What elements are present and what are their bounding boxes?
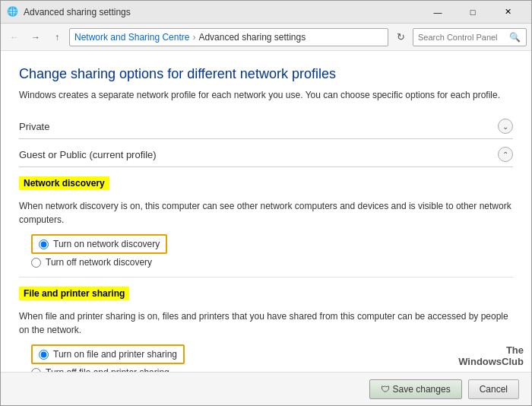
guest-public-toggle-icon: ⌃ <box>498 147 513 162</box>
content-area: Change sharing options for different net… <box>1 51 531 372</box>
search-input[interactable] <box>418 33 509 42</box>
title-bar-buttons: — □ ✕ <box>420 1 525 24</box>
page-description: Windows creates a separate network profi… <box>19 88 513 102</box>
file-printer-sharing-group: File and printer sharing When file and p… <box>19 287 513 372</box>
file-printer-sharing-desc: When file and printer sharing is on, fil… <box>19 309 513 337</box>
network-discovery-on-radio[interactable] <box>39 239 49 249</box>
group-divider <box>19 277 513 278</box>
private-toggle-icon: ⌄ <box>498 119 513 134</box>
refresh-button[interactable]: ↻ <box>391 28 410 46</box>
breadcrumb-current: Advanced sharing settings <box>198 32 306 43</box>
network-discovery-off-option[interactable]: Turn off network discovery <box>31 257 513 268</box>
title-bar-title: Advanced sharing settings <box>24 7 420 17</box>
up-button[interactable]: ↑ <box>48 28 66 46</box>
back-button[interactable]: ← <box>5 28 24 46</box>
address-bar: ← → ↑ Network and Sharing Centre › Advan… <box>1 24 531 51</box>
file-printer-sharing-on-label: Turn on file and printer sharing <box>53 349 177 360</box>
file-printer-sharing-options: Turn on file and printer sharing Turn of… <box>31 344 513 372</box>
file-printer-sharing-on-option[interactable]: Turn on file and printer sharing <box>31 344 185 364</box>
save-icon: 🛡 <box>381 384 390 395</box>
file-printer-sharing-label: File and printer sharing <box>19 287 129 300</box>
minimize-button[interactable]: — <box>420 1 455 24</box>
network-discovery-on-label: Turn on network discovery <box>53 239 160 249</box>
breadcrumb: Network and Sharing Centre › Advanced sh… <box>69 28 388 46</box>
guest-public-section-header[interactable]: Guest or Public (current profile) ⌃ <box>19 142 513 167</box>
network-discovery-desc: When network discovery is on, this compu… <box>19 199 513 227</box>
title-bar: 🌐 Advanced sharing settings — □ ✕ <box>1 1 531 24</box>
title-bar-icon: 🌐 <box>7 6 19 18</box>
network-discovery-label: Network discovery <box>19 176 109 190</box>
forward-button[interactable]: → <box>27 28 45 46</box>
save-changes-label: Save changes <box>393 384 451 395</box>
cancel-label: Cancel <box>480 384 508 395</box>
guest-public-section-body: Network discovery When network discovery… <box>19 170 513 372</box>
private-section-label: Private <box>19 121 49 132</box>
file-printer-sharing-on-radio[interactable] <box>39 350 49 360</box>
search-container: 🔍 <box>413 28 527 46</box>
network-discovery-options: Turn on network discovery Turn off netwo… <box>31 234 513 268</box>
private-section-header[interactable]: Private ⌄ <box>19 114 513 139</box>
network-discovery-on-option[interactable]: Turn on network discovery <box>31 234 167 254</box>
bottom-bar: 🛡 Save changes Cancel <box>1 372 531 405</box>
network-discovery-off-label: Turn off network discovery <box>46 257 152 268</box>
close-button[interactable]: ✕ <box>490 1 525 24</box>
cancel-button[interactable]: Cancel <box>468 379 519 399</box>
save-changes-button[interactable]: 🛡 Save changes <box>369 379 462 399</box>
network-discovery-off-radio[interactable] <box>31 258 41 268</box>
maximize-button[interactable]: □ <box>455 1 490 24</box>
network-discovery-group: Network discovery When network discovery… <box>19 176 513 268</box>
search-icon: 🔍 <box>509 32 521 43</box>
breadcrumb-network[interactable]: Network and Sharing Centre <box>74 32 189 43</box>
guest-public-section-label: Guest or Public (current profile) <box>19 149 157 160</box>
page-title: Change sharing options for different net… <box>19 66 513 82</box>
